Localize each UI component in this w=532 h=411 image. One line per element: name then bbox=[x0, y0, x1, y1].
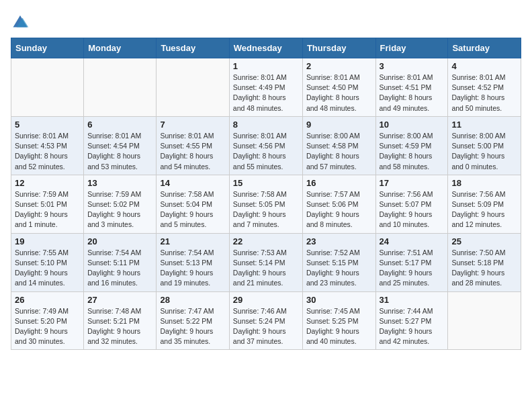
logo-icon bbox=[11, 11, 30, 30]
day-info: Sunrise: 7:56 AMSunset: 5:09 PMDaylight:… bbox=[451, 189, 517, 230]
day-info: Sunrise: 7:55 AMSunset: 5:10 PMDaylight:… bbox=[15, 248, 80, 289]
day-number: 10 bbox=[380, 120, 445, 130]
calendar-cell bbox=[11, 58, 84, 117]
weekday-header-thursday: Thursday bbox=[302, 38, 375, 58]
day-number: 18 bbox=[451, 178, 517, 188]
day-number: 8 bbox=[233, 120, 299, 130]
calendar-cell: 22Sunrise: 7:53 AMSunset: 5:14 PMDayligh… bbox=[229, 233, 302, 291]
calendar-cell: 16Sunrise: 7:57 AMSunset: 5:06 PMDayligh… bbox=[302, 175, 375, 233]
day-number: 9 bbox=[306, 120, 372, 130]
calendar-cell: 2Sunrise: 8:01 AMSunset: 4:50 PMDaylight… bbox=[302, 58, 375, 117]
calendar-cell bbox=[448, 291, 521, 350]
page-header bbox=[11, 11, 521, 30]
calendar-cell: 3Sunrise: 8:01 AMSunset: 4:51 PMDaylight… bbox=[375, 58, 448, 117]
calendar-cell: 23Sunrise: 7:52 AMSunset: 5:15 PMDayligh… bbox=[302, 233, 375, 291]
calendar-cell: 26Sunrise: 7:49 AMSunset: 5:20 PMDayligh… bbox=[11, 291, 84, 350]
day-number: 11 bbox=[451, 120, 517, 130]
calendar-week-3: 12Sunrise: 7:59 AMSunset: 5:01 PMDayligh… bbox=[11, 175, 521, 233]
day-info: Sunrise: 8:01 AMSunset: 4:50 PMDaylight:… bbox=[306, 73, 372, 113]
calendar-cell: 27Sunrise: 7:48 AMSunset: 5:21 PMDayligh… bbox=[84, 291, 157, 350]
weekday-header-saturday: Saturday bbox=[448, 38, 521, 58]
day-info: Sunrise: 8:01 AMSunset: 4:53 PMDaylight:… bbox=[15, 131, 80, 172]
day-info: Sunrise: 7:52 AMSunset: 5:15 PMDaylight:… bbox=[306, 248, 372, 289]
calendar-week-4: 19Sunrise: 7:55 AMSunset: 5:10 PMDayligh… bbox=[11, 233, 521, 291]
calendar-cell: 24Sunrise: 7:51 AMSunset: 5:17 PMDayligh… bbox=[375, 233, 448, 291]
day-info: Sunrise: 7:45 AMSunset: 5:25 PMDaylight:… bbox=[306, 306, 372, 347]
day-number: 28 bbox=[160, 295, 225, 305]
calendar-cell: 15Sunrise: 7:58 AMSunset: 5:05 PMDayligh… bbox=[229, 175, 302, 233]
calendar-cell: 20Sunrise: 7:54 AMSunset: 5:11 PMDayligh… bbox=[84, 233, 157, 291]
day-info: Sunrise: 7:48 AMSunset: 5:21 PMDaylight:… bbox=[87, 306, 152, 347]
day-info: Sunrise: 7:59 AMSunset: 5:01 PMDaylight:… bbox=[15, 189, 80, 230]
day-info: Sunrise: 7:54 AMSunset: 5:13 PMDaylight:… bbox=[160, 248, 225, 289]
day-info: Sunrise: 7:44 AMSunset: 5:27 PMDaylight:… bbox=[380, 306, 445, 347]
day-info: Sunrise: 8:01 AMSunset: 4:55 PMDaylight:… bbox=[160, 131, 225, 172]
calendar-cell: 9Sunrise: 8:00 AMSunset: 4:58 PMDaylight… bbox=[302, 116, 375, 175]
calendar-week-1: 1Sunrise: 8:01 AMSunset: 4:49 PMDaylight… bbox=[11, 58, 521, 117]
day-info: Sunrise: 7:56 AMSunset: 5:07 PMDaylight:… bbox=[380, 189, 445, 230]
calendar-cell: 31Sunrise: 7:44 AMSunset: 5:27 PMDayligh… bbox=[375, 291, 448, 350]
calendar-cell: 10Sunrise: 8:00 AMSunset: 4:59 PMDayligh… bbox=[375, 116, 448, 175]
calendar-cell: 11Sunrise: 8:00 AMSunset: 5:00 PMDayligh… bbox=[448, 116, 521, 175]
day-info: Sunrise: 7:57 AMSunset: 5:06 PMDaylight:… bbox=[306, 189, 372, 230]
day-number: 27 bbox=[87, 295, 152, 305]
day-number: 6 bbox=[87, 120, 152, 130]
day-info: Sunrise: 7:53 AMSunset: 5:14 PMDaylight:… bbox=[233, 248, 299, 289]
day-number: 30 bbox=[306, 295, 372, 305]
calendar-body: 1Sunrise: 8:01 AMSunset: 4:49 PMDaylight… bbox=[11, 58, 521, 350]
calendar-cell: 12Sunrise: 7:59 AMSunset: 5:01 PMDayligh… bbox=[11, 175, 84, 233]
day-info: Sunrise: 8:01 AMSunset: 4:56 PMDaylight:… bbox=[233, 131, 299, 172]
weekday-row: SundayMondayTuesdayWednesdayThursdayFrid… bbox=[11, 38, 521, 58]
day-number: 1 bbox=[233, 61, 299, 71]
day-number: 3 bbox=[380, 61, 445, 71]
day-info: Sunrise: 7:50 AMSunset: 5:18 PMDaylight:… bbox=[451, 248, 517, 289]
day-number: 20 bbox=[87, 236, 152, 246]
day-info: Sunrise: 8:00 AMSunset: 5:00 PMDaylight:… bbox=[451, 131, 517, 172]
day-number: 4 bbox=[451, 61, 517, 71]
calendar-cell: 29Sunrise: 7:46 AMSunset: 5:24 PMDayligh… bbox=[229, 291, 302, 350]
day-number: 22 bbox=[233, 236, 299, 246]
day-number: 15 bbox=[233, 178, 299, 188]
day-info: Sunrise: 7:58 AMSunset: 5:05 PMDaylight:… bbox=[233, 189, 299, 230]
day-number: 13 bbox=[87, 178, 152, 188]
day-info: Sunrise: 7:58 AMSunset: 5:04 PMDaylight:… bbox=[160, 189, 225, 230]
calendar-cell: 19Sunrise: 7:55 AMSunset: 5:10 PMDayligh… bbox=[11, 233, 84, 291]
calendar-cell bbox=[84, 58, 157, 117]
calendar-cell: 7Sunrise: 8:01 AMSunset: 4:55 PMDaylight… bbox=[157, 116, 229, 175]
calendar-cell: 28Sunrise: 7:47 AMSunset: 5:22 PMDayligh… bbox=[157, 291, 229, 350]
day-number: 16 bbox=[306, 178, 372, 188]
weekday-header-sunday: Sunday bbox=[11, 38, 84, 58]
calendar-week-5: 26Sunrise: 7:49 AMSunset: 5:20 PMDayligh… bbox=[11, 291, 521, 350]
day-number: 19 bbox=[15, 236, 80, 246]
weekday-header-monday: Monday bbox=[84, 38, 157, 58]
day-info: Sunrise: 7:49 AMSunset: 5:20 PMDaylight:… bbox=[15, 306, 80, 347]
day-number: 2 bbox=[306, 61, 372, 71]
calendar-header: SundayMondayTuesdayWednesdayThursdayFrid… bbox=[11, 38, 521, 58]
day-info: Sunrise: 8:01 AMSunset: 4:52 PMDaylight:… bbox=[451, 73, 517, 113]
weekday-header-tuesday: Tuesday bbox=[157, 38, 229, 58]
weekday-header-friday: Friday bbox=[375, 38, 448, 58]
calendar-cell: 25Sunrise: 7:50 AMSunset: 5:18 PMDayligh… bbox=[448, 233, 521, 291]
calendar-cell: 1Sunrise: 8:01 AMSunset: 4:49 PMDaylight… bbox=[229, 58, 302, 117]
calendar-cell bbox=[157, 58, 229, 117]
day-number: 23 bbox=[306, 236, 372, 246]
day-number: 17 bbox=[380, 178, 445, 188]
day-number: 21 bbox=[160, 236, 225, 246]
calendar-cell: 4Sunrise: 8:01 AMSunset: 4:52 PMDaylight… bbox=[448, 58, 521, 117]
day-number: 24 bbox=[380, 236, 445, 246]
calendar-cell: 13Sunrise: 7:59 AMSunset: 5:02 PMDayligh… bbox=[84, 175, 157, 233]
day-number: 31 bbox=[380, 295, 445, 305]
calendar-cell: 8Sunrise: 8:01 AMSunset: 4:56 PMDaylight… bbox=[229, 116, 302, 175]
calendar-table: SundayMondayTuesdayWednesdayThursdayFrid… bbox=[11, 38, 521, 350]
calendar-cell: 6Sunrise: 8:01 AMSunset: 4:54 PMDaylight… bbox=[84, 116, 157, 175]
day-number: 5 bbox=[15, 120, 80, 130]
day-number: 26 bbox=[15, 295, 80, 305]
day-number: 25 bbox=[451, 236, 517, 246]
day-info: Sunrise: 8:00 AMSunset: 4:58 PMDaylight:… bbox=[306, 131, 372, 172]
day-info: Sunrise: 8:01 AMSunset: 4:54 PMDaylight:… bbox=[87, 131, 152, 172]
calendar-cell: 18Sunrise: 7:56 AMSunset: 5:09 PMDayligh… bbox=[448, 175, 521, 233]
day-info: Sunrise: 7:54 AMSunset: 5:11 PMDaylight:… bbox=[87, 248, 152, 289]
calendar-week-2: 5Sunrise: 8:01 AMSunset: 4:53 PMDaylight… bbox=[11, 116, 521, 175]
calendar-cell: 17Sunrise: 7:56 AMSunset: 5:07 PMDayligh… bbox=[375, 175, 448, 233]
day-info: Sunrise: 7:46 AMSunset: 5:24 PMDaylight:… bbox=[233, 306, 299, 347]
